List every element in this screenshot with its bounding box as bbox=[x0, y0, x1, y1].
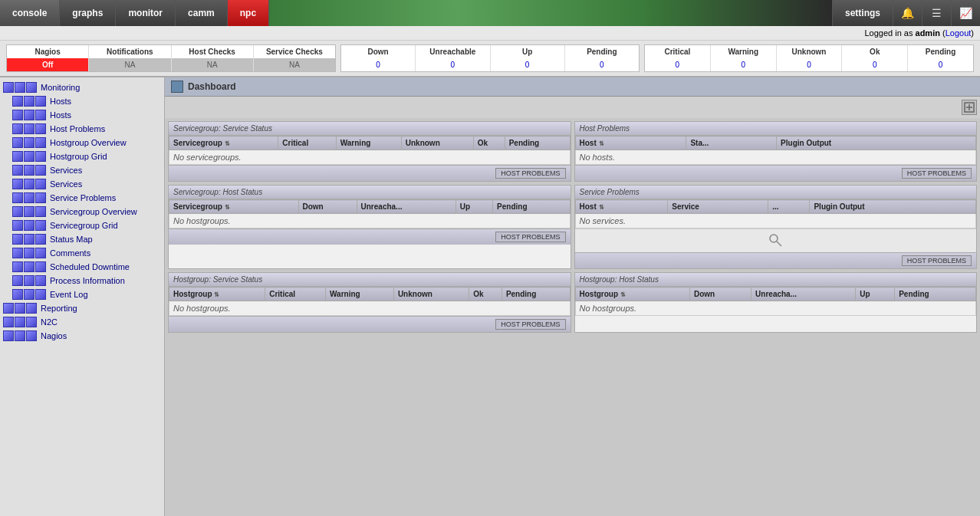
icon2 bbox=[24, 192, 35, 203]
logout-link[interactable]: Logout bbox=[945, 28, 972, 38]
svg-point-3 bbox=[770, 235, 778, 242]
icon3 bbox=[26, 303, 37, 314]
nav-lines-icon[interactable]: ☰ bbox=[922, 0, 951, 26]
sidebar-status-map-label: Status Map bbox=[50, 235, 93, 244]
col-unknown: Unknown bbox=[401, 136, 473, 150]
widget-servicegroup-host-status: Servicegroup: Host Status Servicegroup ⇅… bbox=[168, 185, 571, 269]
sidebar-item-scheduled-downtime[interactable]: Scheduled Downtime bbox=[0, 260, 164, 274]
sidebar-item-n2c[interactable]: N2C bbox=[0, 315, 164, 329]
no-data-hostgroups: No hostgroups. bbox=[169, 214, 571, 228]
sidebar-services2-label: Services bbox=[50, 179, 82, 189]
nav-tab-monitor[interactable]: monitor bbox=[116, 0, 176, 26]
icon3 bbox=[35, 179, 46, 189]
monitoring-icons bbox=[3, 82, 38, 93]
sidebar-item-hosts1[interactable]: Hosts bbox=[0, 94, 164, 108]
col-status: Sta... bbox=[686, 136, 777, 150]
icon1 bbox=[12, 261, 23, 272]
col-host: Host ⇅ bbox=[575, 136, 686, 150]
proc-info-icons bbox=[12, 275, 47, 286]
icon2 bbox=[24, 206, 35, 217]
sidebar-item-nagios[interactable]: Nagios bbox=[0, 329, 164, 343]
hg-svc-footer-btn[interactable]: HOST PROBLEMS bbox=[495, 319, 565, 330]
sg-host-footer-btn[interactable]: HOST PROBLEMS bbox=[495, 232, 565, 242]
icon1 bbox=[3, 330, 14, 341]
sidebar-monitoring-label: Monitoring bbox=[41, 83, 80, 92]
icon2 bbox=[24, 275, 35, 286]
widget-hostgroup-host-status: Hostgroup: Host Status Hostgroup ⇅ Down … bbox=[574, 272, 978, 333]
hosts1-icons bbox=[12, 96, 47, 107]
nav-tab-npc[interactable]: npc bbox=[228, 0, 269, 26]
sg-svc-footer-btn[interactable]: HOST PROBLEMS bbox=[495, 168, 565, 179]
username: admin bbox=[916, 28, 940, 38]
sort-icon: ⇅ bbox=[225, 140, 230, 147]
col-servicegroup: Servicegroup ⇅ bbox=[169, 200, 299, 214]
sidebar-item-host-problems[interactable]: Host Problems bbox=[0, 122, 164, 136]
nav-tab-graphs[interactable]: graphs bbox=[60, 0, 116, 26]
col-pending: Pending bbox=[505, 136, 570, 150]
col-host: Host ⇅ bbox=[575, 200, 668, 214]
nav-tab-console[interactable]: console bbox=[0, 0, 60, 26]
key-icon bbox=[768, 232, 783, 248]
hg-overview-icons bbox=[12, 137, 47, 148]
login-text: Logged in as bbox=[864, 28, 915, 38]
icon3 bbox=[35, 289, 46, 300]
n2c-icons bbox=[3, 317, 38, 327]
host-problems-footer-btn[interactable]: HOST PROBLEMS bbox=[902, 168, 972, 179]
up-value: 0 bbox=[491, 58, 565, 71]
col-down: Down bbox=[298, 200, 357, 214]
sidebar-item-hostgroup-overview[interactable]: Hostgroup Overview bbox=[0, 136, 164, 150]
sidebar-services1-label: Services bbox=[50, 166, 82, 175]
icon2 bbox=[24, 123, 35, 134]
icon2 bbox=[15, 330, 25, 341]
icon3 bbox=[35, 248, 46, 258]
col-unreachable: Unreacha... bbox=[751, 288, 856, 301]
sidebar-hosts1-label: Hosts bbox=[50, 97, 71, 106]
sidebar-item-servicegroup-grid[interactable]: Servicegroup Grid bbox=[0, 219, 164, 232]
icon2 bbox=[24, 248, 35, 258]
widget-sg-host-footer: HOST PROBLEMS bbox=[169, 228, 571, 245]
col-down: Down bbox=[690, 288, 751, 301]
sidebar-item-services1[interactable]: Services bbox=[0, 163, 164, 177]
hg-grid-icons bbox=[12, 151, 47, 162]
service-checks-value: NA bbox=[254, 58, 335, 71]
unknown-label: Unknown bbox=[777, 45, 843, 58]
nav-tab-camm[interactable]: camm bbox=[176, 0, 228, 26]
no-data-services: No services. bbox=[575, 214, 976, 228]
ok-value: 0 bbox=[842, 58, 908, 71]
col-servicegroup: Servicegroup ⇅ bbox=[169, 136, 278, 150]
sidebar-item-status-map[interactable]: Status Map bbox=[0, 232, 164, 246]
sidebar-item-monitoring[interactable]: Monitoring bbox=[0, 81, 164, 94]
sidebar-item-services2[interactable]: Services bbox=[0, 177, 164, 191]
icon1 bbox=[12, 179, 23, 189]
icon2 bbox=[24, 234, 35, 245]
icon1 bbox=[12, 275, 23, 286]
icon1 bbox=[12, 220, 23, 231]
sidebar-item-reporting[interactable]: Reporting bbox=[0, 301, 164, 315]
sidebar-item-hosts2[interactable]: Hosts bbox=[0, 108, 164, 122]
up-label: Up bbox=[491, 45, 565, 58]
svc-problems-footer-btn[interactable]: HOST PROBLEMS bbox=[902, 255, 972, 266]
sidebar-item-event-log[interactable]: Event Log bbox=[0, 288, 164, 301]
service-checks-label: Service Checks bbox=[254, 45, 335, 58]
sidebar-item-process-information[interactable]: Process Information bbox=[0, 274, 164, 288]
icon1 bbox=[12, 165, 23, 176]
sidebar-item-service-problems[interactable]: Service Problems bbox=[0, 191, 164, 205]
nav-chart-icon[interactable]: 📈 bbox=[951, 0, 980, 26]
sidebar-item-servicegroup-overview[interactable]: Servicegroup Overview bbox=[0, 205, 164, 219]
col-unreachable: Unreacha... bbox=[357, 200, 455, 214]
sidebar-item-hostgroup-grid[interactable]: Hostgroup Grid bbox=[0, 150, 164, 163]
sidebar-reporting-label: Reporting bbox=[41, 304, 77, 313]
icon3 bbox=[26, 82, 37, 93]
dashboard-edit-icon[interactable] bbox=[962, 100, 977, 115]
hosts2-icons bbox=[12, 110, 47, 120]
sidebar-item-comments[interactable]: Comments bbox=[0, 246, 164, 260]
sidebar-sg-overview-label: Servicegroup Overview bbox=[50, 207, 137, 216]
nav-bell-icon[interactable]: 🔔 bbox=[893, 0, 922, 26]
col-warning: Warning bbox=[336, 136, 401, 150]
widget-hg-host-table: Hostgroup ⇅ Down Unreacha... Up Pending … bbox=[575, 287, 977, 316]
dashboard-title: Dashboard bbox=[188, 81, 236, 92]
nav-settings-button[interactable]: settings bbox=[832, 0, 893, 26]
icon3 bbox=[35, 234, 46, 245]
icon3 bbox=[35, 110, 46, 120]
sidebar-hg-overview-label: Hostgroup Overview bbox=[50, 138, 127, 147]
